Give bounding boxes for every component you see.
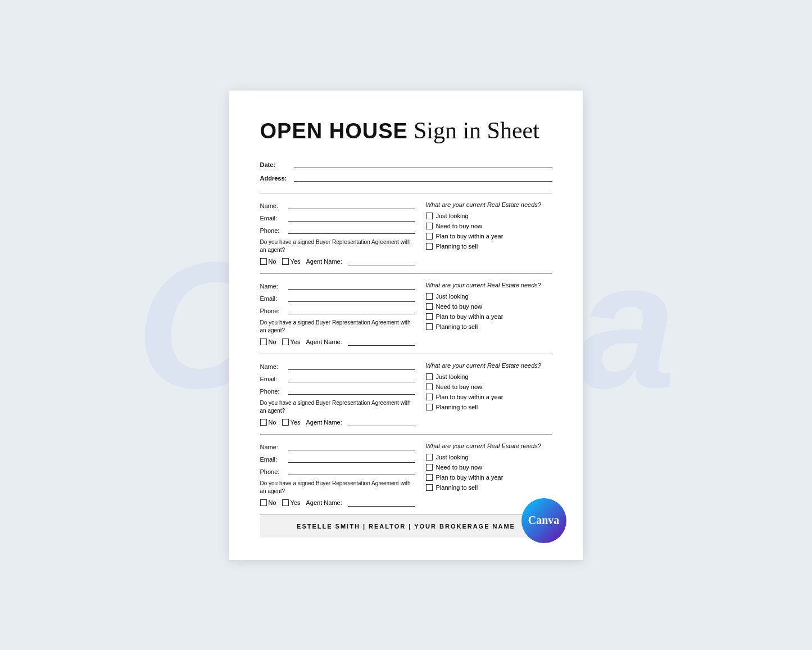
yes-box-4[interactable]	[282, 499, 289, 506]
option-label-2-3: Plan to buy within a year	[436, 313, 503, 320]
checkbox-2-2[interactable]	[426, 303, 433, 310]
agent-name-label-4: Agent Name:	[306, 499, 342, 506]
entry-left-1: Name: Email: Phone: Do you have a signed…	[260, 201, 415, 265]
checkbox-2-1[interactable]	[426, 293, 433, 300]
agent-name-field-4[interactable]	[348, 499, 415, 507]
address-line[interactable]	[294, 174, 552, 182]
need-option-1-2[interactable]: Need to buy now	[426, 223, 552, 229]
entry-right-3: What are your current Real Estate needs?…	[426, 362, 552, 426]
entry-left-3: Name: Email: Phone: Do you have a signed…	[260, 362, 415, 426]
agent-name-label-3: Agent Name:	[306, 419, 342, 426]
checkbox-3-3[interactable]	[426, 394, 433, 400]
name-field-3[interactable]	[288, 362, 415, 370]
phone-field-4[interactable]	[288, 467, 415, 475]
agent-name-field-1[interactable]	[348, 258, 415, 265]
no-yes-row-4: No Yes Agent Name:	[260, 499, 415, 507]
no-label-1: No	[269, 258, 276, 265]
email-field-1[interactable]	[288, 214, 415, 222]
needs-title-3: What are your current Real Estate needs?	[426, 362, 552, 369]
need-option-3-1[interactable]: Just looking	[426, 373, 552, 380]
option-label-4-1: Just looking	[436, 454, 469, 461]
phone-field-1[interactable]	[288, 226, 415, 234]
entry-section-2: Name: Email: Phone: Do you have a signed…	[260, 274, 552, 354]
phone-field-3[interactable]	[288, 387, 415, 395]
checkbox-3-1[interactable]	[426, 373, 433, 380]
date-line[interactable]	[294, 160, 552, 168]
need-option-3-4[interactable]: Planning to sell	[426, 404, 552, 410]
need-option-4-1[interactable]: Just looking	[426, 454, 552, 461]
need-option-2-3[interactable]: Plan to buy within a year	[426, 313, 552, 320]
yes-box-3[interactable]	[282, 419, 289, 426]
needs-title-2: What are your current Real Estate needs?	[426, 282, 552, 288]
no-box-2[interactable]	[260, 338, 267, 345]
canva-badge-text: Canva	[528, 514, 560, 527]
yes-box-2[interactable]	[282, 338, 289, 345]
name-field-2[interactable]	[288, 282, 415, 290]
need-option-1-3[interactable]: Plan to buy within a year	[426, 233, 552, 240]
entry-left-2: Name: Email: Phone: Do you have a signed…	[260, 282, 415, 346]
phone-field-2[interactable]	[288, 306, 415, 314]
need-option-1-4[interactable]: Planning to sell	[426, 243, 552, 250]
need-option-4-4[interactable]: Planning to sell	[426, 484, 552, 491]
checkbox-3-2[interactable]	[426, 383, 433, 390]
name-field-4[interactable]	[288, 443, 415, 450]
no-label-3: No	[269, 419, 276, 426]
needs-title-1: What are your current Real Estate needs?	[426, 201, 552, 208]
yes-box-1[interactable]	[282, 258, 289, 265]
email-field-2[interactable]	[288, 294, 415, 302]
phone-label-2: Phone:	[260, 308, 285, 314]
need-option-4-2[interactable]: Need to buy now	[426, 464, 552, 471]
checkbox-2-4[interactable]	[426, 323, 433, 330]
name-label-3: Name:	[260, 363, 285, 370]
checkbox-1-4[interactable]	[426, 243, 433, 250]
checkbox-4-2[interactable]	[426, 464, 433, 471]
agent-name-field-3[interactable]	[348, 418, 415, 426]
email-label-4: Email:	[260, 456, 285, 463]
document-title: OPEN HOUSE Sign in Sheet	[260, 119, 552, 143]
no-box-1[interactable]	[260, 258, 267, 265]
need-option-1-1[interactable]: Just looking	[426, 213, 552, 219]
email-row-2: Email:	[260, 294, 415, 302]
email-field-4[interactable]	[288, 455, 415, 463]
yes-checkbox-2[interactable]: Yes	[282, 338, 301, 345]
checkbox-4-1[interactable]	[426, 454, 433, 461]
phone-label-1: Phone:	[260, 227, 285, 234]
name-label-1: Name:	[260, 202, 285, 209]
need-option-2-2[interactable]: Need to buy now	[426, 303, 552, 310]
checkbox-1-3[interactable]	[426, 233, 433, 240]
no-checkbox-3[interactable]: No	[260, 419, 276, 426]
email-label-1: Email:	[260, 215, 285, 222]
no-checkbox-4[interactable]: No	[260, 499, 276, 506]
phone-row-3: Phone:	[260, 387, 415, 395]
checkbox-2-3[interactable]	[426, 313, 433, 320]
checkbox-4-3[interactable]	[426, 474, 433, 481]
yes-label-1: Yes	[291, 258, 301, 265]
checkbox-4-4[interactable]	[426, 484, 433, 491]
option-label-2-4: Planning to sell	[436, 323, 478, 330]
yes-checkbox-3[interactable]: Yes	[282, 419, 301, 426]
title-script: Sign in Sheet	[414, 119, 539, 142]
footer-text: ESTELLE SMITH | REALTOR | YOUR BROKERAGE…	[297, 523, 515, 530]
no-box-4[interactable]	[260, 499, 267, 506]
need-option-3-3[interactable]: Plan to buy within a year	[426, 394, 552, 400]
no-box-3[interactable]	[260, 419, 267, 426]
date-label: Date:	[260, 161, 291, 168]
need-option-4-3[interactable]: Plan to buy within a year	[426, 474, 552, 481]
agent-name-field-2[interactable]	[348, 338, 415, 346]
yes-checkbox-4[interactable]: Yes	[282, 499, 301, 506]
checkbox-3-4[interactable]	[426, 404, 433, 410]
option-label-1-3: Plan to buy within a year	[436, 233, 503, 240]
need-option-2-4[interactable]: Planning to sell	[426, 323, 552, 330]
checkbox-1-1[interactable]	[426, 213, 433, 219]
entry-right-2: What are your current Real Estate needs?…	[426, 282, 552, 346]
needs-title-4: What are your current Real Estate needs?	[426, 443, 552, 449]
name-field-1[interactable]	[288, 201, 415, 209]
need-option-3-2[interactable]: Need to buy now	[426, 383, 552, 390]
email-field-3[interactable]	[288, 374, 415, 382]
yes-checkbox-1[interactable]: Yes	[282, 258, 301, 265]
agent-name-label-2: Agent Name:	[306, 338, 342, 345]
no-checkbox-2[interactable]: No	[260, 338, 276, 345]
no-checkbox-1[interactable]: No	[260, 258, 276, 265]
need-option-2-1[interactable]: Just looking	[426, 293, 552, 300]
checkbox-1-2[interactable]	[426, 223, 433, 229]
